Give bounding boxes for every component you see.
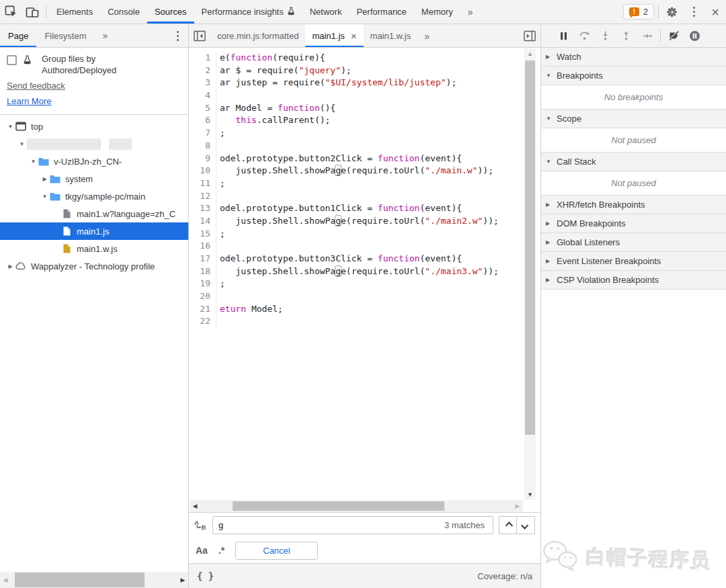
code-line[interactable]: 13odel.prototype.button1Click = function… <box>189 202 540 215</box>
section-header-watch[interactable]: ▶Watch <box>541 48 726 67</box>
code-line[interactable]: 2ar $ = require("jquery"); <box>189 65 540 77</box>
navigator-tab-page[interactable]: Page <box>0 24 36 47</box>
more-panels-icon[interactable]: » <box>460 0 481 24</box>
issues-badge[interactable]: ! 2 <box>623 4 654 19</box>
code-line[interactable]: 20 <box>189 290 540 303</box>
navigator-kebab-menu-icon[interactable] <box>167 24 188 48</box>
line-number[interactable]: 8 <box>189 140 216 153</box>
navigator-more-tabs-icon[interactable]: » <box>95 24 116 47</box>
tree-item-wappalyzer-technology-profile[interactable]: ▶Wappalyzer - Technology profile <box>0 257 188 275</box>
expander-icon[interactable]: ▶ <box>40 176 50 182</box>
regex-icon[interactable]: .* <box>218 545 225 556</box>
section-header-scope[interactable]: ▼Scope <box>541 110 726 128</box>
tree-item-main1-w-js[interactable]: main1.w.js <box>0 240 188 257</box>
section-header-dom-breakpoints[interactable]: ▶DOM Breakpoints <box>541 214 726 233</box>
tree-item-main1-js[interactable]: main1.js <box>0 222 188 240</box>
editor-more-tabs-icon[interactable]: » <box>417 24 436 48</box>
editor-horizontal-scrollbar[interactable]: ◀ ▶ <box>190 500 523 512</box>
line-number[interactable]: 14 <box>189 215 216 228</box>
code-line[interactable]: 22 <box>189 315 540 328</box>
step-icon[interactable] <box>637 24 657 47</box>
tab-elements[interactable]: Elements <box>49 0 100 24</box>
line-number[interactable]: 17 <box>189 253 216 265</box>
send-feedback-link[interactable]: Send feedback <box>7 81 65 91</box>
code-line[interactable]: 16 <box>189 240 540 253</box>
scrollbar-thumb[interactable] <box>525 60 535 435</box>
line-number[interactable]: 3 <box>189 77 216 89</box>
editor-tab-main1-js[interactable]: main1.js× <box>305 24 363 48</box>
tab-performance[interactable]: Performance <box>349 0 413 24</box>
navigator-horizontal-scrollbar[interactable]: ◀ ▶ <box>0 572 188 588</box>
cancel-button[interactable]: Cancel <box>235 542 317 560</box>
learn-more-link[interactable]: Learn More <box>7 96 51 106</box>
hide-navigator-icon[interactable] <box>189 24 210 48</box>
line-number[interactable]: 2 <box>189 65 216 77</box>
step-over-icon[interactable] <box>574 24 595 47</box>
deactivate-breakpoints-icon[interactable] <box>663 24 684 47</box>
code-line[interactable]: 8 <box>189 140 540 153</box>
code-line[interactable]: 14 justep.Shell.showPage(require.toUrl("… <box>189 215 540 228</box>
inspect-element-icon[interactable] <box>0 0 22 24</box>
expander-icon[interactable]: ▼ <box>28 159 38 165</box>
line-number[interactable]: 7 <box>189 127 216 140</box>
code-line[interactable]: 6 this.callParent(); <box>189 114 540 127</box>
expander-icon[interactable]: ▼ <box>5 124 15 130</box>
editor-tab-main1-w-js[interactable]: main1.w.js <box>364 24 418 48</box>
line-number[interactable]: 20 <box>189 290 216 303</box>
code-line[interactable]: 9odel.prototype.button2Click = function(… <box>189 153 540 165</box>
line-number[interactable]: 18 <box>189 265 216 278</box>
code-line[interactable]: 4 <box>189 89 540 102</box>
code-line[interactable]: 19; <box>189 278 540 290</box>
group-files-checkbox[interactable] <box>7 55 17 65</box>
line-number[interactable]: 11 <box>189 177 216 190</box>
line-number[interactable]: 9 <box>189 153 216 165</box>
line-number[interactable]: 4 <box>189 89 216 102</box>
navigator-tab-filesystem[interactable]: Filesystem <box>36 24 94 47</box>
code-line[interactable]: 12 <box>189 190 540 203</box>
editor-vertical-scrollbar[interactable]: ▲ ▼ <box>524 48 536 500</box>
section-header-csp-violation-breakpoints[interactable]: ▶CSP Violation Breakpoints <box>541 271 726 290</box>
step-out-icon[interactable] <box>616 24 637 47</box>
kebab-menu-icon[interactable] <box>683 0 704 24</box>
scroll-left-icon[interactable]: ◀ <box>0 577 11 583</box>
code-line[interactable]: 3ar justep = require("$UI/system/lib/jus… <box>189 77 540 89</box>
replace-toggle-icon[interactable]: AB <box>194 519 207 532</box>
code-line[interactable]: 18 justep.Shell.showPage(require.toUrl("… <box>189 265 540 278</box>
pause-on-exceptions-icon[interactable] <box>684 24 705 47</box>
scroll-right-icon[interactable]: ▶ <box>512 503 523 509</box>
expander-icon[interactable]: ▶ <box>5 263 15 269</box>
tab-memory[interactable]: Memory <box>414 0 460 24</box>
code-line[interactable]: 5ar Model = function(){ <box>189 102 540 115</box>
code-line[interactable]: 7; <box>189 127 540 140</box>
pretty-print-icon[interactable]: { } <box>197 571 214 581</box>
tree-item-v-uzibjn-zh-cn[interactable]: ▼v-UzIBJn-zh_CN- <box>0 153 188 170</box>
tree-item-top[interactable]: ▼top <box>0 118 188 135</box>
tab-console[interactable]: Console <box>100 0 147 24</box>
scrollbar-thumb[interactable] <box>15 573 145 587</box>
tab-close-icon[interactable]: × <box>351 30 357 42</box>
scrollbar-thumb[interactable] <box>233 501 444 511</box>
tab-sources[interactable]: Sources <box>147 0 194 24</box>
expander-icon[interactable]: ▼ <box>40 194 50 200</box>
search-input[interactable] <box>218 520 444 530</box>
settings-gear-icon[interactable] <box>661 0 683 24</box>
line-number[interactable]: 16 <box>189 240 216 253</box>
tree-item-system[interactable]: ▶system <box>0 170 188 187</box>
step-into-icon[interactable] <box>595 24 616 47</box>
scroll-right-icon[interactable]: ▶ <box>177 577 188 583</box>
line-number[interactable]: 15 <box>189 228 216 241</box>
section-header-event-listener-breakpoints[interactable]: ▶Event Listener Breakpoints <box>541 252 726 271</box>
line-number[interactable]: 19 <box>189 278 216 290</box>
line-number[interactable]: 12 <box>189 190 216 203</box>
line-number[interactable]: 5 <box>189 102 216 115</box>
device-toolbar-icon[interactable] <box>22 0 43 24</box>
line-number[interactable]: 6 <box>189 114 216 127</box>
line-number[interactable]: 10 <box>189 165 216 177</box>
scroll-left-icon[interactable]: ◀ <box>190 503 200 509</box>
tree-item-main1-w-language-zh-c[interactable]: main1.w?language=zh_C <box>0 205 188 222</box>
line-number[interactable]: 21 <box>189 303 216 316</box>
expander-icon[interactable]: ▼ <box>17 141 27 147</box>
pause-script-icon[interactable] <box>553 24 574 47</box>
tab-performance-insights[interactable]: Performance insights <box>194 0 302 24</box>
match-case-icon[interactable]: Aa <box>196 545 208 556</box>
